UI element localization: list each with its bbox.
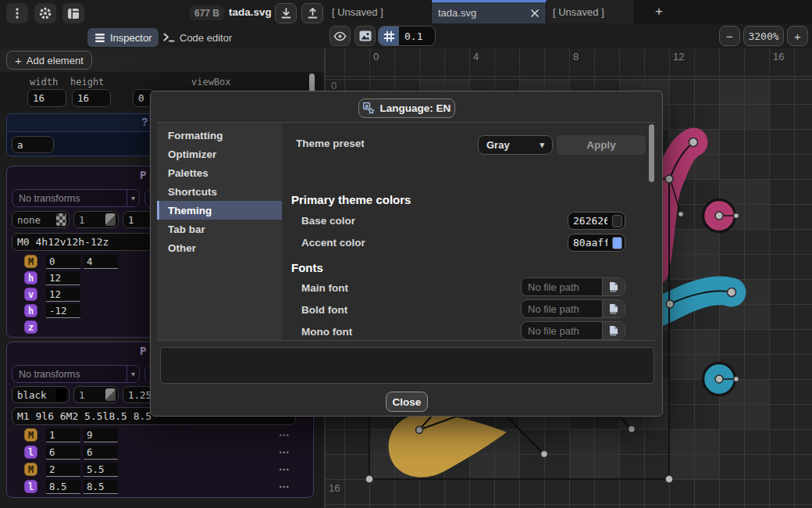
settings-button[interactable] <box>34 3 56 23</box>
base-color-swatch[interactable] <box>612 215 622 227</box>
cmd-arg[interactable] <box>84 463 118 477</box>
file-icon <box>609 281 618 292</box>
download-button[interactable] <box>275 3 297 23</box>
cmd-badge-v[interactable]: v <box>24 288 37 301</box>
path1-fill-input[interactable]: none <box>12 211 69 228</box>
tab-label: [ Unsaved ] <box>553 6 604 18</box>
close-icon[interactable] <box>530 9 540 18</box>
row-menu-icon[interactable]: ⋯ <box>279 445 290 458</box>
cmd-arg[interactable] <box>84 445 118 460</box>
opacity-swatch[interactable] <box>105 213 116 226</box>
path-icon: P <box>140 169 146 181</box>
cmd-badge-h2[interactable]: h <box>24 304 37 317</box>
nav-item-optimizer[interactable]: Optimizer <box>157 145 282 163</box>
cmd-arg[interactable] <box>46 255 80 269</box>
mono-font-browse-button[interactable] <box>602 322 625 339</box>
cmd-badge-M2[interactable]: M <box>24 463 37 476</box>
cmd-arg[interactable] <box>46 480 80 494</box>
path1-transforms-select[interactable]: No transforms ▾ <box>12 189 140 207</box>
opacity-swatch[interactable] <box>105 388 116 401</box>
stroke-swatch[interactable] <box>56 388 66 401</box>
main-font-path-input[interactable] <box>522 278 602 295</box>
eye-icon <box>333 31 347 41</box>
plus-icon: + <box>794 30 801 43</box>
layout-panels-button[interactable] <box>62 3 84 23</box>
nav-item-palettes[interactable]: Palettes <box>157 163 282 182</box>
row-menu-icon[interactable]: ⋯ <box>279 428 290 441</box>
width-input[interactable] <box>27 89 66 107</box>
cmd-badge-l[interactable]: l <box>24 445 37 459</box>
nav-item-tab-bar[interactable]: Tab bar <box>157 220 282 238</box>
zoom-out-button[interactable]: − <box>719 26 740 46</box>
language-button[interactable]: a Language: EN <box>358 98 455 118</box>
cmd-arg[interactable] <box>46 445 80 460</box>
chevron-down-icon: ▾ <box>126 366 139 382</box>
cmd-badge-h[interactable]: h <box>24 271 37 284</box>
cmd-arg[interactable] <box>84 480 118 494</box>
accent-color-swatch[interactable] <box>612 237 622 249</box>
tab-unsaved-2[interactable]: [ Unsaved ] <box>547 0 635 23</box>
cmd-arg[interactable] <box>84 428 118 442</box>
visibility-button[interactable] <box>329 26 351 46</box>
theme-preset-select[interactable]: Gray ▾ <box>478 135 553 155</box>
anchor-value-input[interactable] <box>12 136 54 153</box>
height-input[interactable] <box>72 89 111 107</box>
ruler-label: 16 <box>773 51 784 63</box>
add-element-button[interactable]: + Add element <box>6 51 92 70</box>
nav-item-theming[interactable]: Theming <box>157 201 282 220</box>
tab-unsaved-1[interactable]: [ Unsaved ] <box>326 0 432 23</box>
grid-toggle-button[interactable] <box>379 27 399 45</box>
zoom-in-button[interactable]: + <box>787 26 808 46</box>
bold-font-browse-button[interactable] <box>602 300 625 317</box>
mono-font-file-group <box>521 321 625 340</box>
bold-font-path-input[interactable] <box>522 300 602 317</box>
cmd-arg[interactable] <box>46 271 80 285</box>
background-image-button[interactable] <box>354 26 376 46</box>
path2-opacity-input[interactable]: 1 <box>73 386 119 403</box>
shape-teal-ribbon[interactable] <box>651 291 732 316</box>
apply-button[interactable]: Apply <box>557 135 646 155</box>
grid-size-input[interactable] <box>399 27 435 45</box>
path2-stroke-input[interactable]: black <box>12 386 69 403</box>
shape-popper-cone[interactable] <box>389 413 507 478</box>
modal-scrollbar[interactable] <box>649 124 654 182</box>
cmd-arg[interactable] <box>46 304 80 318</box>
add-element-row: + Add element <box>0 48 324 72</box>
close-button[interactable]: Close <box>386 392 428 412</box>
cmd-badge-l2[interactable]: l <box>24 480 37 493</box>
terminal-icon <box>163 33 175 42</box>
nav-item-shortcuts[interactable]: Shortcuts <box>157 182 282 201</box>
row-menu-icon[interactable]: ⋯ <box>279 463 290 475</box>
tab-inspector[interactable]: Inspector <box>87 28 158 47</box>
path2-transforms-select[interactable]: No transforms ▾ <box>12 365 140 383</box>
setting-description-box <box>160 347 654 384</box>
cmd-arg[interactable] <box>46 463 80 477</box>
tab-code-editor[interactable]: Code editor <box>156 28 239 47</box>
base-color-input[interactable] <box>568 215 612 227</box>
upload-button[interactable] <box>301 3 323 23</box>
main-menu-button[interactable] <box>6 3 28 23</box>
main-font-browse-button[interactable] <box>602 278 625 295</box>
cmd-badge-z[interactable]: z <box>24 320 37 334</box>
bold-font-file-group <box>521 299 625 318</box>
tab-label: tada.svg <box>438 7 476 19</box>
new-tab-button[interactable]: + <box>650 2 668 21</box>
nav-item-other[interactable]: Other <box>157 238 282 257</box>
cmd-arg[interactable] <box>84 255 118 269</box>
tab-tada-svg[interactable]: tada.svg <box>432 0 547 23</box>
mono-font-path-input[interactable] <box>522 322 602 339</box>
upload-icon <box>307 7 319 20</box>
theme-preset-value: Gray <box>486 139 510 151</box>
path1-opacity-input[interactable]: 1 <box>73 211 119 228</box>
cmd-badge-M[interactable]: M <box>24 428 37 442</box>
tab-inspector-label: Inspector <box>110 32 151 44</box>
accent-color-input[interactable] <box>568 237 612 249</box>
fill-swatch[interactable] <box>56 213 66 226</box>
row-menu-icon[interactable]: ⋯ <box>279 480 290 492</box>
zoom-level[interactable]: 3200% <box>743 26 784 46</box>
cmd-arg[interactable] <box>46 428 80 442</box>
accent-color-input-group <box>568 234 625 252</box>
cmd-arg[interactable] <box>46 288 80 302</box>
cmd-badge-M[interactable]: M <box>24 255 37 268</box>
nav-item-formatting[interactable]: Formatting <box>157 126 282 145</box>
